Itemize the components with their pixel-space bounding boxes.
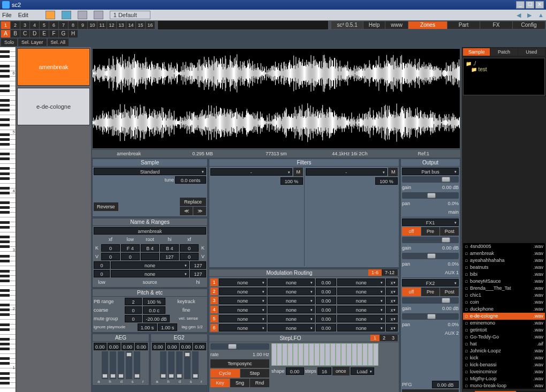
mod-3-x[interactable]: x bbox=[386, 297, 398, 304]
file-ayeahahhahaha[interactable]: ayeahahhahaha.wav bbox=[463, 257, 545, 264]
filter1-mix[interactable]: 100 % bbox=[280, 177, 303, 185]
solo-button[interactable]: Solo bbox=[1, 39, 17, 46]
file-eminemono[interactable]: eminemono.wav bbox=[463, 320, 545, 327]
fx1-gain-slider[interactable] bbox=[402, 237, 459, 243]
file-amenbreak[interactable]: amenbreak.wav bbox=[463, 250, 545, 257]
eg2-fader-s[interactable] bbox=[184, 351, 191, 379]
file-bibi[interactable]: bibi.wav bbox=[463, 271, 545, 278]
file-Migthy-Loop[interactable]: Migthy-Loop.wav bbox=[463, 375, 545, 382]
toolbar-paste-icon[interactable] bbox=[94, 11, 103, 19]
mod-5-amt[interactable]: 0.00 bbox=[316, 315, 336, 322]
gain-slider[interactable] bbox=[402, 176, 459, 183]
mod-6-dst[interactable]: none bbox=[337, 324, 385, 331]
fx1-pre[interactable]: Pre bbox=[421, 227, 440, 236]
toolbar-new-icon[interactable] bbox=[46, 11, 55, 19]
mod-2-amt[interactable]: 0.00 bbox=[316, 288, 336, 295]
lfo-load[interactable]: Load bbox=[351, 367, 374, 375]
lfo-key[interactable]: Key bbox=[210, 379, 230, 387]
waveform-display[interactable] bbox=[92, 48, 460, 149]
mod-3-amt[interactable]: 0.00 bbox=[316, 297, 336, 304]
www-button[interactable]: www bbox=[385, 21, 408, 29]
eg2-fader-d[interactable] bbox=[176, 351, 183, 379]
part-15[interactable]: 15 bbox=[136, 21, 145, 29]
part-4[interactable]: 4 bbox=[30, 21, 39, 29]
file-beatnuts[interactable]: beatnuts.wav bbox=[463, 264, 545, 271]
mod-4-amt[interactable]: 0.00 bbox=[316, 306, 336, 313]
lfo-tab-2[interactable]: 2 bbox=[380, 335, 389, 341]
file-duckphone[interactable]: duckphone.wav bbox=[463, 306, 545, 313]
mod-4-src2[interactable]: none bbox=[268, 306, 315, 313]
mod-5-src2[interactable]: none bbox=[268, 315, 315, 322]
part-5[interactable]: 5 bbox=[40, 21, 49, 29]
mod-5-x[interactable]: x bbox=[386, 315, 398, 322]
piano-keyboard[interactable]: 654321 bbox=[0, 47, 16, 392]
mod-1-amt[interactable]: 0.00 bbox=[316, 278, 336, 286]
maximize-button[interactable]: ☐ bbox=[526, 1, 534, 9]
mod-5-dst[interactable]: none bbox=[337, 315, 385, 322]
file-loveincminor[interactable]: loveincminor.wav bbox=[463, 368, 545, 375]
lfo-once[interactable]: once bbox=[332, 367, 350, 375]
file-kick-benassi[interactable]: kick-benassi.wav bbox=[463, 361, 545, 368]
file-Johnick-Loopz[interactable]: Johnick-Loopz.wav bbox=[463, 348, 545, 355]
lfo-sng[interactable]: Sng bbox=[230, 379, 249, 387]
mod-2-src[interactable]: none bbox=[219, 288, 267, 295]
lfo-rate-slider[interactable] bbox=[210, 343, 269, 350]
file-Go-Teddy-Go[interactable]: Go-Teddy-Go.wav bbox=[463, 334, 545, 341]
mod-4-src[interactable]: none bbox=[219, 306, 267, 313]
preset-select[interactable]: 1 Default bbox=[110, 11, 150, 19]
mod-4-x[interactable]: x bbox=[386, 306, 398, 313]
fx1-post[interactable]: Post bbox=[440, 227, 459, 236]
browser-tab-patch[interactable]: Patch bbox=[490, 48, 517, 56]
mod-5-src[interactable]: none bbox=[219, 315, 267, 322]
mod-tab-1-6[interactable]: 1-6 bbox=[368, 269, 382, 276]
fx2-pan-slider[interactable] bbox=[402, 313, 459, 320]
minimize-button[interactable]: _ bbox=[516, 1, 525, 9]
file-getintoit[interactable]: getintoit.wav bbox=[463, 327, 545, 334]
nav-fwd-icon[interactable]: ▶ bbox=[527, 12, 532, 19]
file-kick[interactable]: kick.wav bbox=[463, 355, 545, 361]
layer-E[interactable]: E bbox=[40, 30, 49, 37]
layer-G[interactable]: G bbox=[59, 30, 68, 37]
part-14[interactable]: 14 bbox=[126, 21, 135, 29]
zone-e-de-cologne[interactable]: e-de-cologne bbox=[17, 88, 90, 125]
mod-3-dst[interactable]: none bbox=[337, 297, 385, 304]
fx1-pan-slider[interactable] bbox=[402, 253, 459, 259]
output-bus-select[interactable]: Part bus bbox=[402, 168, 459, 175]
file-4snd0005[interactable]: 4snd0005.wav bbox=[463, 243, 545, 250]
key-range-strip[interactable] bbox=[157, 20, 329, 30]
aeg-fader-d[interactable] bbox=[118, 351, 124, 379]
menu-file[interactable]: File bbox=[2, 12, 12, 18]
file-Brenda___The_Tat[interactable]: Brenda___The_Tat.wav bbox=[463, 285, 545, 292]
filter1-type[interactable]: - bbox=[210, 168, 292, 176]
lfo-tab-1[interactable]: 1 bbox=[370, 335, 380, 341]
mod-1-x[interactable]: x bbox=[386, 278, 398, 286]
nav-fx[interactable]: FX bbox=[480, 21, 512, 29]
sel-layer-button[interactable]: Sel. Layer bbox=[18, 39, 47, 46]
file-e-de-cologne[interactable]: e-de-cologne.wav bbox=[463, 313, 545, 320]
layer-B[interactable]: B bbox=[11, 30, 20, 37]
menu-edit[interactable]: Edit bbox=[18, 12, 28, 18]
aeg-fader-r[interactable] bbox=[134, 351, 140, 379]
file-coin[interactable]: coin.wav bbox=[463, 299, 545, 306]
pan-slider[interactable] bbox=[402, 192, 459, 199]
close-button[interactable]: X bbox=[535, 1, 544, 9]
replace-button[interactable]: Replace bbox=[180, 198, 206, 206]
folder-tree[interactable]: ./ test bbox=[463, 58, 545, 95]
layer-C[interactable]: C bbox=[20, 30, 29, 37]
fx1-select[interactable]: FX1 bbox=[402, 218, 459, 226]
mod-2-x[interactable]: x bbox=[386, 288, 398, 295]
file-chic1[interactable]: chic1.wav bbox=[463, 292, 545, 299]
part-9[interactable]: 9 bbox=[78, 21, 87, 29]
lfo-step[interactable]: Step bbox=[240, 369, 270, 378]
zone-amenbreak[interactable]: amenbreak bbox=[17, 48, 90, 86]
part-7[interactable]: 7 bbox=[59, 21, 68, 29]
mod-3-src[interactable]: none bbox=[219, 297, 267, 304]
nav-config[interactable]: Config bbox=[513, 21, 545, 29]
tune-value[interactable]: 0.0 cents bbox=[175, 176, 206, 184]
lfo-rnd[interactable]: Rnd bbox=[250, 379, 269, 387]
file-mono-break-loop[interactable]: mono-break-loop.wav bbox=[463, 382, 545, 389]
browser-tab-sample[interactable]: Sample bbox=[463, 48, 490, 56]
mute-button[interactable]: Mute bbox=[402, 389, 459, 392]
layer-A[interactable]: A bbox=[1, 30, 10, 37]
aeg-fader-h[interactable] bbox=[110, 351, 116, 379]
